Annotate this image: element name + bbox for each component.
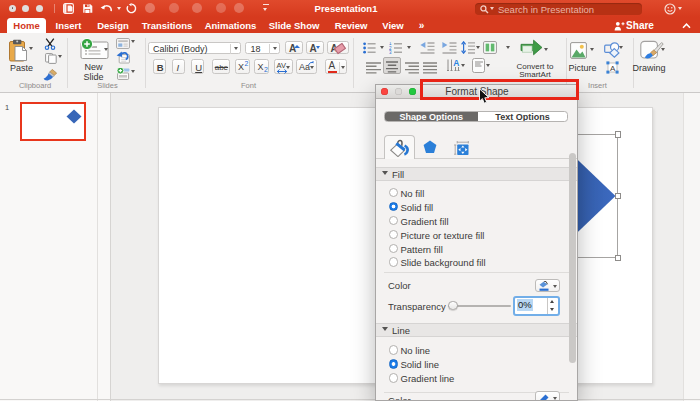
svg-text:A: A xyxy=(453,59,459,68)
svg-text:A: A xyxy=(610,63,616,72)
svg-text:3: 3 xyxy=(389,49,392,53)
